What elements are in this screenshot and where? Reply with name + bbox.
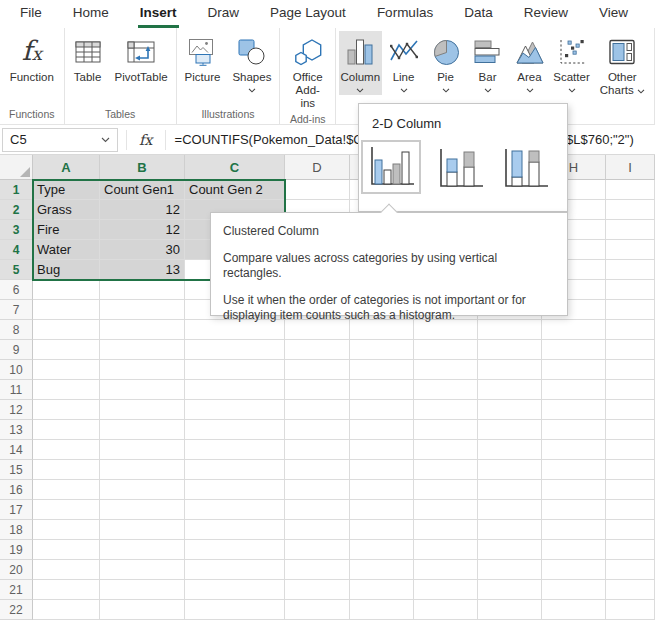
- ribbon-button-function[interactable]: fxFunction: [5, 31, 59, 86]
- cell-I7[interactable]: [606, 300, 655, 320]
- cell-B20[interactable]: [100, 560, 185, 580]
- cell-C8[interactable]: [185, 320, 285, 340]
- cell-B15[interactable]: [100, 460, 185, 480]
- chevron-down-icon[interactable]: [400, 87, 408, 93]
- cell-B8[interactable]: [100, 320, 185, 340]
- cell-D11[interactable]: [285, 380, 350, 400]
- cell-G9[interactable]: [478, 340, 542, 360]
- cell-B5[interactable]: 13: [100, 260, 185, 280]
- cell-G8[interactable]: [478, 320, 542, 340]
- cell-G22[interactable]: [478, 600, 542, 620]
- cell-C12[interactable]: [185, 400, 285, 420]
- cell-A16[interactable]: [33, 480, 100, 500]
- cell-A20[interactable]: [33, 560, 100, 580]
- tab-home[interactable]: Home: [71, 0, 111, 28]
- chevron-down-icon[interactable]: [248, 87, 256, 93]
- tab-insert[interactable]: Insert: [138, 0, 179, 28]
- cell-A15[interactable]: [33, 460, 100, 480]
- cell-E8[interactable]: [350, 320, 414, 340]
- cell-G10[interactable]: [478, 360, 542, 380]
- cell-F8[interactable]: [414, 320, 478, 340]
- cell-D1[interactable]: [285, 180, 350, 200]
- cell-G19[interactable]: [478, 540, 542, 560]
- row-header-12[interactable]: 12: [0, 400, 33, 420]
- cell-I14[interactable]: [606, 440, 655, 460]
- cell-F12[interactable]: [414, 400, 478, 420]
- cell-A22[interactable]: [33, 600, 100, 620]
- cell-C14[interactable]: [185, 440, 285, 460]
- cell-B11[interactable]: [100, 380, 185, 400]
- cell-E11[interactable]: [350, 380, 414, 400]
- cell-C20[interactable]: [185, 560, 285, 580]
- cell-A4[interactable]: Water: [33, 240, 100, 260]
- cell-H22[interactable]: [542, 600, 606, 620]
- row-header-15[interactable]: 15: [0, 460, 33, 480]
- row-header-10[interactable]: 10: [0, 360, 33, 380]
- row-header-17[interactable]: 17: [0, 500, 33, 520]
- cell-D15[interactable]: [285, 460, 350, 480]
- cell-I4[interactable]: [606, 240, 655, 260]
- cell-A21[interactable]: [33, 580, 100, 600]
- ribbon-button-table[interactable]: Table: [68, 31, 108, 86]
- ribbon-button-picture[interactable]: Picture: [180, 31, 226, 86]
- cell-H8[interactable]: [542, 320, 606, 340]
- cell-C21[interactable]: [185, 580, 285, 600]
- cell-F13[interactable]: [414, 420, 478, 440]
- cell-E22[interactable]: [350, 600, 414, 620]
- row-header-22[interactable]: 22: [0, 600, 33, 620]
- cell-B12[interactable]: [100, 400, 185, 420]
- row-header-13[interactable]: 13: [0, 420, 33, 440]
- cell-G12[interactable]: [478, 400, 542, 420]
- row-header-21[interactable]: 21: [0, 580, 33, 600]
- cell-B7[interactable]: [100, 300, 185, 320]
- cell-F21[interactable]: [414, 580, 478, 600]
- ribbon-button-scatter[interactable]: Scatter: [552, 31, 592, 95]
- cell-D17[interactable]: [285, 500, 350, 520]
- cell-D14[interactable]: [285, 440, 350, 460]
- cell-I21[interactable]: [606, 580, 655, 600]
- cell-I2[interactable]: [606, 200, 655, 220]
- cell-C19[interactable]: [185, 540, 285, 560]
- cell-H15[interactable]: [542, 460, 606, 480]
- cell-B4[interactable]: 30: [100, 240, 185, 260]
- cell-E13[interactable]: [350, 420, 414, 440]
- cell-E21[interactable]: [350, 580, 414, 600]
- cell-B9[interactable]: [100, 340, 185, 360]
- cell-D8[interactable]: [285, 320, 350, 340]
- cell-G11[interactable]: [478, 380, 542, 400]
- cell-H9[interactable]: [542, 340, 606, 360]
- cell-H14[interactable]: [542, 440, 606, 460]
- cell-B21[interactable]: [100, 580, 185, 600]
- cell-A17[interactable]: [33, 500, 100, 520]
- cell-C9[interactable]: [185, 340, 285, 360]
- cell-H21[interactable]: [542, 580, 606, 600]
- cell-E12[interactable]: [350, 400, 414, 420]
- row-header-9[interactable]: 9: [0, 340, 33, 360]
- cell-G14[interactable]: [478, 440, 542, 460]
- cell-D20[interactable]: [285, 560, 350, 580]
- row-header-3[interactable]: 3: [0, 220, 33, 240]
- cell-F10[interactable]: [414, 360, 478, 380]
- cell-E18[interactable]: [350, 520, 414, 540]
- ribbon-button-column[interactable]: Column: [339, 31, 381, 95]
- cell-F19[interactable]: [414, 540, 478, 560]
- cell-C15[interactable]: [185, 460, 285, 480]
- cell-A9[interactable]: [33, 340, 100, 360]
- cell-B18[interactable]: [100, 520, 185, 540]
- cell-H20[interactable]: [542, 560, 606, 580]
- cell-B10[interactable]: [100, 360, 185, 380]
- insert-function-button[interactable]: fx: [126, 130, 166, 150]
- cell-E19[interactable]: [350, 540, 414, 560]
- ribbon-button-area[interactable]: Area: [510, 31, 550, 95]
- ribbon-button-pivottable[interactable]: PivotTable: [110, 31, 173, 86]
- cell-D21[interactable]: [285, 580, 350, 600]
- cell-D12[interactable]: [285, 400, 350, 420]
- cell-D13[interactable]: [285, 420, 350, 440]
- cell-A5[interactable]: Bug: [33, 260, 100, 280]
- name-box[interactable]: C5: [2, 128, 118, 152]
- cell-I8[interactable]: [606, 320, 655, 340]
- cell-D9[interactable]: [285, 340, 350, 360]
- cell-F16[interactable]: [414, 480, 478, 500]
- cell-I11[interactable]: [606, 380, 655, 400]
- chart-option-clustered-column[interactable]: [361, 140, 421, 194]
